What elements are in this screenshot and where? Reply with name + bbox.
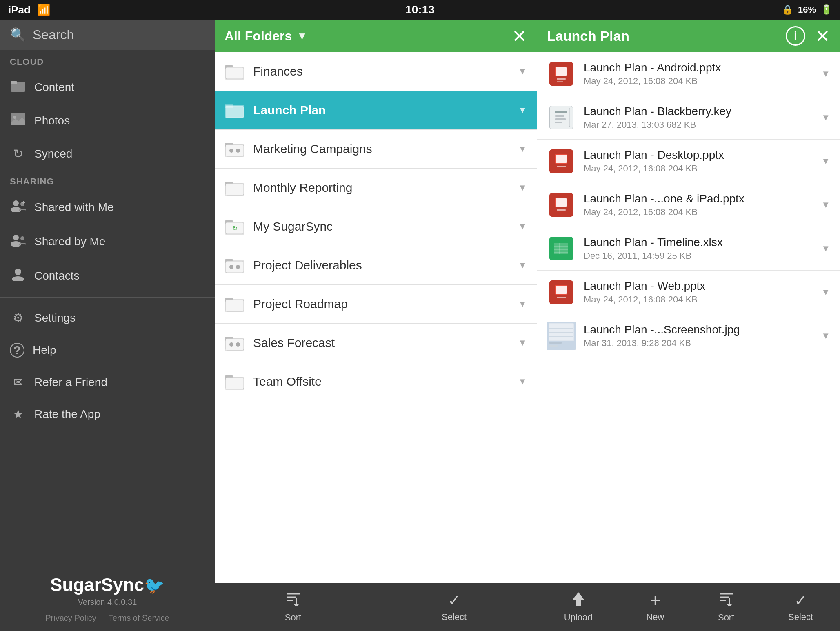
svg-rect-1 <box>11 81 17 84</box>
new-button[interactable]: + New <box>638 588 672 626</box>
svg-rect-90 <box>549 345 558 347</box>
folder-item-launch-plan[interactable]: Launch Plan ▼ <box>215 91 537 130</box>
file-info-screenshot: Launch Plan -...Screenshot.jpg Mar 31, 2… <box>584 323 821 349</box>
battery-text: 16% <box>798 4 816 15</box>
sidebar-item-settings[interactable]: ⚙ Settings <box>0 302 215 334</box>
center-close-button[interactable]: ✕ <box>512 26 527 47</box>
status-right: 🔒 16% 🔋 <box>782 4 832 15</box>
svg-rect-60 <box>555 111 567 113</box>
svg-rect-71 <box>557 209 566 211</box>
folder-icon-sales <box>224 333 245 353</box>
folder-item-finances[interactable]: Finances ▼ <box>215 52 537 91</box>
search-label: Search <box>33 27 74 42</box>
file-item-ipad[interactable]: Launch Plan -...one & iPad.pptx May 24, … <box>537 183 840 227</box>
folder-item-team[interactable]: Team Offsite ▼ <box>215 362 537 401</box>
file-meta-blackberry: Mar 27, 2013, 13:03 682 KB <box>584 120 821 130</box>
sidebar-item-content[interactable]: Content <box>0 71 215 104</box>
center-sort-button[interactable]: Sort <box>277 588 309 626</box>
sidebar-item-rate[interactable]: ★ Rate the App <box>0 398 215 430</box>
right-close-button[interactable]: ✕ <box>815 26 830 47</box>
footer-links: Privacy Policy Terms of Service <box>10 613 205 623</box>
folder-name-roadmap: Project Roadmap <box>253 297 518 311</box>
file-item-timeline[interactable]: Launch Plan - Timeline.xlsx Dec 16, 2011… <box>537 227 840 271</box>
sugarsync-logo: SugarSync🐦 <box>10 575 205 595</box>
file-item-android[interactable]: Launch Plan - Android.pptx May 24, 2012,… <box>537 52 840 96</box>
right-checkmark-icon: ✓ <box>794 591 807 609</box>
file-item-desktop[interactable]: Launch Plan - Desktop.pptx May 24, 2012,… <box>537 140 840 183</box>
folder-expand-icon: ▼ <box>518 338 527 348</box>
divider-1 <box>0 297 215 298</box>
folder-item-sugarsync[interactable]: ↻ My SugarSync ▼ <box>215 207 537 246</box>
shared-with-me-icon <box>10 199 26 216</box>
file-item-blackberry[interactable]: Launch Plan - Blackberry.key Mar 27, 201… <box>537 96 840 140</box>
upload-button[interactable]: Upload <box>556 588 601 626</box>
folder-expand-icon: ▼ <box>518 299 527 309</box>
file-thumb-blackberry <box>547 103 576 132</box>
sidebar-item-shared-by-me[interactable]: Shared by Me <box>0 224 215 259</box>
folder-item-roadmap[interactable]: Project Roadmap ▼ <box>215 285 537 324</box>
terms-link[interactable]: Terms of Service <box>109 613 169 623</box>
right-sort-button[interactable]: Sort <box>710 588 742 626</box>
cloud-section-label: CLOUD <box>0 50 215 71</box>
folder-item-monthly[interactable]: Monthly Reporting ▼ <box>215 169 537 207</box>
right-panel-controls: i ✕ <box>786 26 830 47</box>
svg-point-14 <box>12 276 24 281</box>
jpg-thumb <box>547 322 576 350</box>
folder-icon-sugarsync: ↻ <box>224 216 245 237</box>
svg-rect-56 <box>556 67 567 76</box>
folder-expand-icon: ▼ <box>518 182 527 193</box>
sidebar-item-content-label: Content <box>34 81 74 94</box>
svg-point-5 <box>13 200 19 206</box>
privacy-policy-link[interactable]: Privacy Policy <box>45 613 96 623</box>
svg-rect-20 <box>226 106 244 118</box>
info-button[interactable]: i <box>786 26 805 46</box>
svg-marker-53 <box>294 604 299 606</box>
sidebar-item-settings-label: Settings <box>34 311 76 324</box>
file-name-ipad: Launch Plan -...one & iPad.pptx <box>584 192 821 205</box>
center-select-button[interactable]: ✓ Select <box>433 588 475 626</box>
svg-point-3 <box>13 116 16 119</box>
xlsx-icon <box>549 237 573 260</box>
dropdown-arrow-icon[interactable]: ▼ <box>297 30 307 42</box>
sidebar-item-shared-with-me[interactable]: Shared with Me <box>0 190 215 224</box>
folder-expand-icon: ▼ <box>518 376 527 387</box>
checkmark-icon: ✓ <box>448 591 461 609</box>
right-bottom-bar: Upload + New Sort ✓ Select <box>537 583 840 631</box>
sidebar-item-synced[interactable]: ↻ Synced <box>0 138 215 170</box>
sidebar-item-contacts[interactable]: Contacts <box>0 259 215 293</box>
folder-item-deliverables[interactable]: Project Deliverables ▼ <box>215 246 537 285</box>
file-arrow-icon: ▼ <box>821 69 830 79</box>
svg-rect-57 <box>557 78 566 80</box>
svg-rect-40 <box>226 300 244 311</box>
folder-item-marketing[interactable]: Marketing Campaigns ▼ <box>215 130 537 169</box>
svg-rect-70 <box>556 198 567 207</box>
file-arrow-icon: ▼ <box>821 243 830 254</box>
shared-by-me-icon <box>10 233 26 250</box>
svg-rect-63 <box>555 122 562 123</box>
sidebar-item-refer[interactable]: ✉ Refer a Friend <box>0 367 215 398</box>
sidebar-item-shared-with-me-label: Shared with Me <box>34 201 114 214</box>
folder-icon-finances <box>224 61 245 82</box>
new-label: New <box>646 612 664 622</box>
right-select-button[interactable]: ✓ Select <box>780 588 821 626</box>
sidebar-item-help[interactable]: ? Help <box>0 334 215 367</box>
pptx-icon <box>549 193 573 217</box>
search-bar[interactable]: 🔍 Search <box>0 20 215 50</box>
svg-point-10 <box>13 235 19 240</box>
file-meta-timeline: Dec 16, 2011, 14:59 25 KB <box>584 251 821 261</box>
right-sort-icon <box>718 591 734 610</box>
file-name-web: Launch Plan - Web.pptx <box>584 280 821 293</box>
folder-icon-roadmap <box>224 294 245 314</box>
folder-item-sales[interactable]: Sales Forecast ▼ <box>215 324 537 362</box>
file-item-web[interactable]: Launch Plan - Web.pptx May 24, 2012, 16:… <box>537 271 840 314</box>
file-list: Launch Plan - Android.pptx May 24, 2012,… <box>537 52 840 583</box>
file-arrow-icon: ▼ <box>821 112 830 123</box>
sidebar-item-photos[interactable]: Photos <box>0 104 215 138</box>
main-layout: 🔍 Search CLOUD Content Photos ↻ Synced S… <box>0 20 840 631</box>
center-bottom-bar: Sort ✓ Select <box>215 583 537 631</box>
sidebar-footer: SugarSync🐦 Version 4.0.0.31 Privacy Poli… <box>0 562 215 631</box>
file-meta-web: May 24, 2012, 16:08 204 KB <box>584 294 821 305</box>
file-thumb-desktop <box>547 147 576 176</box>
file-item-screenshot[interactable]: Launch Plan -...Screenshot.jpg Mar 31, 2… <box>537 314 840 358</box>
file-name-timeline: Launch Plan - Timeline.xlsx <box>584 236 821 249</box>
